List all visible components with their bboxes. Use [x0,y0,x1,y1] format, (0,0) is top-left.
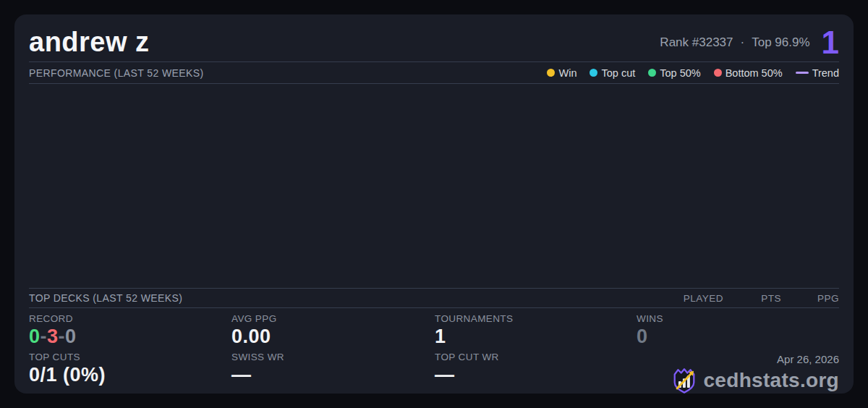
rank-text: Rank #32337 · Top 96.9% [660,35,809,50]
top-decks-heading: TOP DECKS (LAST 52 WEEKS) [29,292,182,304]
stat-tournaments: TOURNAMENTS 1 [435,313,637,352]
avg-ppg-value: 0.00 [231,326,435,347]
column-header-played: PLAYED [680,293,723,304]
stat-top-cuts: TOP CUTS 0/1 (0%) [29,352,231,394]
stat-wins: WINS 0 [637,313,839,352]
brand-name: cedhstats.org [704,369,840,392]
win-dot-icon [547,69,555,77]
legend-item-win[interactable]: Win [547,67,576,79]
legend-item-bottom-50[interactable]: Bottom 50% [714,67,783,79]
record-draws: 0 [65,326,77,347]
legend-label: Top cut [601,67,635,79]
column-header-pts: PTS [738,293,781,304]
record-separator: - [59,326,66,347]
shield-bar-chart-arrow-icon [671,367,698,394]
legend-item-top-cut[interactable]: Top cut [590,67,635,79]
trend-line-icon [796,72,809,74]
wins-value: 0 [637,326,839,347]
card-header: andrew z Rank #32337 · Top 96.9% 1 [29,14,839,62]
stat-avg-ppg: AVG PPG 0.00 [231,313,435,352]
chart-legend: Win Top cut Top 50% Bottom 50% Trend [547,67,839,79]
stat-label: TOP CUTS [29,352,231,362]
legend-item-top-50[interactable]: Top 50% [648,67,700,79]
player-stats-card: andrew z Rank #32337 · Top 96.9% 1 PERFO… [14,14,854,394]
bottom-50-dot-icon [714,69,722,77]
rank-group: Rank #32337 · Top 96.9% 1 [660,27,839,59]
legend-label: Top 50% [660,67,700,79]
stat-record: RECORD 0-3-0 [29,313,231,352]
stat-label: RECORD [29,313,231,324]
top-decks-header-row: TOP DECKS (LAST 52 WEEKS) PLAYED PTS PPG [29,288,839,308]
stat-swiss-wr: SWISS WR — [231,352,435,394]
legend-label: Trend [812,67,839,79]
record-separator: - [41,326,48,347]
rank-badge: 1 [822,27,839,59]
stat-label: TOP CUT WR [435,352,637,362]
performance-header-row: PERFORMANCE (LAST 52 WEEKS) Win Top cut … [29,62,839,84]
tournaments-value: 1 [435,326,637,347]
stat-label: WINS [637,313,839,324]
rank-separator: · [741,35,745,50]
stat-label: SWISS WR [231,352,435,362]
performance-heading: PERFORMANCE (LAST 52 WEEKS) [29,67,204,79]
brand-row[interactable]: cedhstats.org [671,367,840,394]
top-50-dot-icon [648,69,656,77]
stats-grid: RECORD 0-3-0 AVG PPG 0.00 TOURNAMENTS 1 … [29,308,839,394]
legend-label: Win [558,67,576,79]
top-decks-columns: PLAYED PTS PPG [665,293,839,304]
stat-label: TOURNAMENTS [435,313,637,324]
rank-number-label: Rank #32337 [660,35,733,50]
top-cut-dot-icon [590,69,597,77]
legend-label: Bottom 50% [726,67,783,79]
column-header-ppg: PPG [796,293,839,304]
top-cut-wr-value: — [435,365,637,385]
top-percent-label: Top 96.9% [752,35,809,50]
swiss-wr-value: — [231,365,435,385]
record-value: 0-3-0 [29,326,231,347]
legend-item-trend[interactable]: Trend [796,67,839,79]
player-name: andrew z [29,27,150,58]
record-losses: 3 [47,326,59,347]
stat-label: AVG PPG [231,313,435,324]
top-cuts-value: 0/1 (0%) [29,365,231,385]
footer: Apr 26, 2026 cedhstats.org [637,352,839,394]
date-label: Apr 26, 2026 [777,353,839,365]
record-wins: 0 [29,326,41,347]
stat-top-cut-wr: TOP CUT WR — [435,352,637,394]
performance-chart-area [29,84,839,288]
